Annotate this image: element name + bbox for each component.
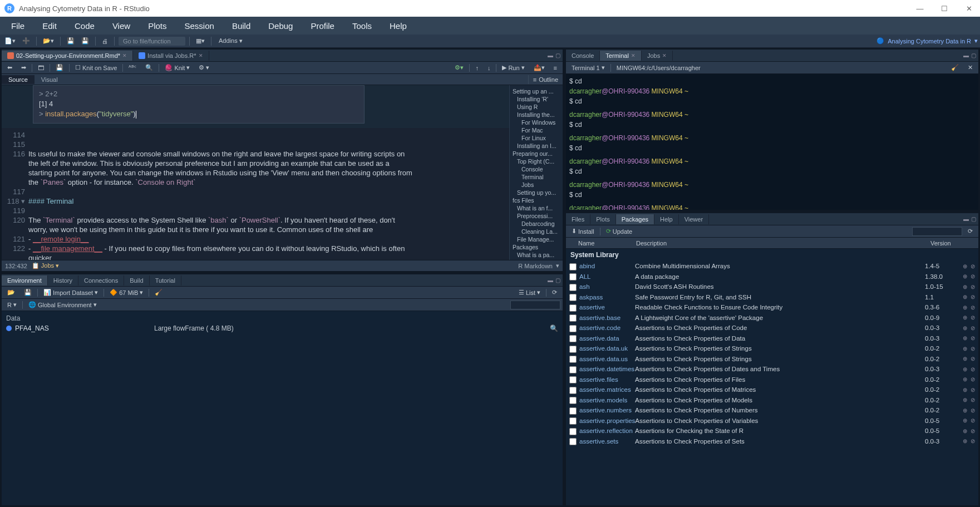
web-icon[interactable]: ⊕ <box>963 387 967 393</box>
open-file-button[interactable]: 📂▾ <box>41 36 56 46</box>
outline-item[interactable]: Using R <box>511 103 561 111</box>
package-name[interactable]: assertive.data.us <box>577 356 635 362</box>
package-checkbox[interactable] <box>569 346 577 353</box>
outline-item[interactable]: Preparing our... <box>511 150 561 157</box>
addins-dropdown[interactable]: Addins ▾ <box>215 36 246 46</box>
minimize-button[interactable]: — <box>913 4 927 13</box>
package-row[interactable]: ALLA data package1.38.0⊕⊘ <box>566 272 978 282</box>
maximize-pane-icon[interactable]: ▢ <box>971 52 976 58</box>
source-mode-tab[interactable]: Source <box>2 75 35 84</box>
spellcheck-button[interactable]: ᴬᴮᶜ <box>125 63 140 72</box>
code-editor[interactable]: 114115116117118 ▾119120121122123124125 ▾… <box>2 128 509 260</box>
remove-icon[interactable]: ⊘ <box>971 346 975 352</box>
minimize-pane-icon[interactable]: ▬ <box>548 52 553 58</box>
global-env-dropdown[interactable]: 🌐 Global Environment ▾ <box>25 300 100 309</box>
package-row[interactable]: assertive.filesAssertions to Check Prope… <box>566 375 978 385</box>
package-row[interactable]: assertive.datetimesAssertions to Check P… <box>566 364 978 375</box>
remove-icon[interactable]: ⊘ <box>971 407 975 414</box>
grid-button[interactable]: ▦▾ <box>194 36 207 46</box>
outline-item[interactable]: Installing the... <box>511 111 561 119</box>
package-row[interactable]: assertive.data.ukAssertions to Check Pro… <box>566 343 978 354</box>
menu-file[interactable]: File <box>3 19 32 33</box>
close-terminal-button[interactable]: ✕ <box>964 63 976 72</box>
outline-item[interactable]: fcs Files <box>511 196 561 204</box>
remove-icon[interactable]: ⊘ <box>971 428 975 434</box>
web-icon[interactable]: ⊕ <box>963 438 967 444</box>
remove-icon[interactable]: ⊘ <box>971 376 975 382</box>
outline-item[interactable]: File Manage... <box>511 235 561 243</box>
package-checkbox[interactable] <box>569 325 577 332</box>
env-search-input[interactable] <box>510 301 560 309</box>
package-name[interactable]: assertive.base <box>577 314 635 321</box>
package-checkbox[interactable] <box>569 356 577 363</box>
update-packages-button[interactable]: ⟳ Update <box>603 227 636 236</box>
tab-r-jobs[interactable]: Install via Jobs.R*✕ <box>133 51 209 61</box>
show-in-new-window-button[interactable]: 🗔 <box>35 63 47 72</box>
web-icon[interactable]: ⊕ <box>963 376 967 382</box>
clear-workspace-button[interactable]: 🧹 <box>151 288 166 297</box>
packages-search-input[interactable] <box>912 227 962 236</box>
tab-rmd[interactable]: 02-Setting-up-your-Environment.Rmd*✕ <box>2 51 133 61</box>
maximize-pane-icon[interactable]: ▢ <box>555 277 560 283</box>
outline-item[interactable]: Debarcoding <box>511 220 561 228</box>
menu-edit[interactable]: Edit <box>35 19 65 33</box>
outline-item[interactable]: Jobs <box>511 181 561 189</box>
visual-mode-tab[interactable]: Visual <box>35 75 65 84</box>
packages-list[interactable]: System Library abindCombine Multidimensi… <box>566 249 978 505</box>
remove-icon[interactable]: ⊘ <box>971 294 975 300</box>
package-name[interactable]: assertive.data.uk <box>577 345 635 352</box>
package-name[interactable]: assertive <box>577 304 635 311</box>
package-name[interactable]: assertive.numbers <box>577 407 635 414</box>
remove-icon[interactable]: ⊘ <box>971 387 975 393</box>
outline-item[interactable]: Setting up yo... <box>511 189 561 196</box>
package-name[interactable]: assertive.sets <box>577 438 635 445</box>
load-workspace-button[interactable]: 📂 <box>4 288 18 297</box>
new-project-button[interactable]: ➕ <box>20 36 32 46</box>
package-checkbox[interactable] <box>569 263 577 270</box>
package-row[interactable]: abindCombine Multidimensional Arrays1.4-… <box>566 261 978 272</box>
package-checkbox[interactable] <box>569 284 577 291</box>
outline-item[interactable]: For Windows <box>511 119 561 126</box>
outline-item[interactable]: Installing 'R' <box>511 95 561 103</box>
remove-icon[interactable]: ⊘ <box>971 273 975 279</box>
package-row[interactable]: assertive.dataAssertions to Check Proper… <box>566 333 978 344</box>
package-name[interactable]: ash <box>577 283 635 290</box>
project-name[interactable]: Analysing Cytometry Data in R <box>888 38 971 45</box>
outline-item[interactable]: What is a pa... <box>511 251 561 259</box>
package-checkbox[interactable] <box>569 428 577 435</box>
web-icon[interactable]: ⊕ <box>963 284 967 290</box>
minimize-pane-icon[interactable]: ▬ <box>963 52 969 58</box>
menu-build[interactable]: Build <box>224 19 258 33</box>
package-checkbox[interactable] <box>569 376 577 383</box>
package-checkbox[interactable] <box>569 387 577 394</box>
save-source-button[interactable]: 💾 <box>52 63 67 72</box>
remove-icon[interactable]: ⊘ <box>971 284 975 290</box>
outline-item[interactable]: Terminal <box>511 173 561 181</box>
minimize-pane-icon[interactable]: ▬ <box>548 277 553 283</box>
save-workspace-button[interactable]: 💾 <box>21 288 35 297</box>
package-checkbox[interactable] <box>569 407 577 415</box>
tab-viewer[interactable]: Viewer <box>679 214 709 224</box>
package-row[interactable]: askpassSafe Password Entry for R, Git, a… <box>566 292 978 303</box>
knit-on-save-checkbox[interactable]: ☐ Knit on Save <box>72 63 120 72</box>
outline-button[interactable]: ≡ Outline <box>528 75 563 84</box>
outline-item[interactable]: Setting up an ... <box>511 87 561 95</box>
menu-code[interactable]: Code <box>67 19 102 33</box>
remove-icon[interactable]: ⊘ <box>971 314 975 321</box>
tab-console[interactable]: Console <box>566 51 600 61</box>
web-icon[interactable]: ⊕ <box>963 273 967 279</box>
tab-plots[interactable]: Plots <box>590 214 615 224</box>
package-name[interactable]: assertive.matrices <box>577 386 635 393</box>
refresh-packages-button[interactable]: ⟳ <box>964 227 976 236</box>
web-icon[interactable]: ⊕ <box>963 407 967 414</box>
outline-item[interactable]: Top Right (C... <box>511 157 561 165</box>
web-icon[interactable]: ⊕ <box>963 263 967 269</box>
package-checkbox[interactable] <box>569 335 577 342</box>
package-name[interactable]: assertive.code <box>577 324 635 331</box>
tab-terminal[interactable]: Terminal ✕ <box>600 51 642 61</box>
close-icon[interactable]: ✕ <box>199 53 203 58</box>
remove-icon[interactable]: ⊘ <box>971 325 975 331</box>
package-checkbox[interactable] <box>569 304 577 312</box>
remove-icon[interactable]: ⊘ <box>971 438 975 444</box>
close-icon[interactable]: ✕ <box>122 53 127 58</box>
